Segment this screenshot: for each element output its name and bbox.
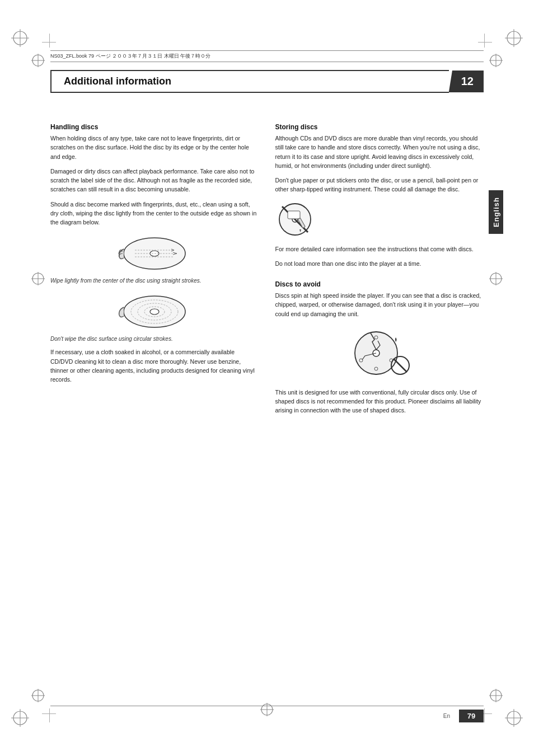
discs-avoid-para1: Discs spin at high speed inside the play… — [275, 291, 484, 318]
handling-caption2: Don't wipe the disc surface using circul… — [50, 335, 259, 343]
footer: En 79 — [50, 706, 484, 722]
registration-mark-bl2 — [28, 685, 48, 706]
disc-illustration-circular — [50, 290, 259, 332]
storing-discs-title: Storing discs — [275, 123, 484, 131]
chapter-number: 12 — [461, 75, 474, 88]
svg-rect-43 — [288, 211, 300, 219]
page-container: NS03_ZFL.book 79 ページ ２００３年７月３１日 木曜日 午後７時… — [0, 0, 534, 756]
trim-mark — [484, 34, 485, 48]
svg-line-53 — [394, 359, 407, 372]
handling-para4: If necessary, use a cloth soaked in alco… — [50, 348, 259, 384]
registration-mark-tl1 — [10, 28, 30, 48]
disc-illustration-straight — [50, 232, 259, 274]
registration-mark-mr — [486, 269, 506, 289]
header-meta-text: NS03_ZFL.book 79 ページ ２００３年７月３１日 木曜日 午後７時… — [50, 53, 210, 60]
no-stickers-illustration — [275, 200, 484, 239]
registration-mark-tl2 — [28, 50, 48, 71]
storing-para4: Do not load more than one disc into the … — [275, 259, 484, 268]
handling-para1: When holding discs of any type, take car… — [50, 134, 259, 161]
language-tab-text: English — [492, 197, 500, 227]
handling-discs-title: Handling discs — [50, 123, 259, 131]
chapter-badge: 12 — [449, 71, 484, 92]
handling-para2: Damaged or dirty discs can affect playba… — [50, 167, 259, 194]
footer-right: En 79 — [443, 710, 484, 722]
registration-mark-tr1 — [504, 28, 524, 48]
discs-to-avoid-title: Discs to avoid — [275, 280, 484, 288]
registration-mark-br2 — [486, 685, 506, 706]
trim-mark — [484, 708, 485, 722]
registration-mark-br1 — [504, 708, 524, 728]
left-column: Handling discs When holding discs of any… — [50, 123, 259, 689]
header-meta: NS03_ZFL.book 79 ページ ２００３年７月３１日 木曜日 午後７時… — [50, 50, 484, 62]
registration-mark-bl1 — [10, 708, 30, 728]
svg-point-49 — [374, 367, 378, 370]
page-number: 79 — [459, 710, 484, 722]
trim-mark — [49, 34, 50, 48]
trim-mark — [49, 708, 50, 722]
registration-mark-ml — [28, 269, 48, 289]
registration-mark-tr2 — [486, 50, 506, 71]
storing-para3: For more detailed care information see t… — [275, 245, 484, 253]
page-title: Additional information — [64, 76, 171, 87]
right-column: Storing discs Although CDs and DVD discs… — [275, 123, 484, 689]
discs-avoid-para2: This unit is designed for use with conve… — [275, 388, 484, 415]
storing-para2: Don't glue paper or put stickers onto th… — [275, 176, 484, 194]
title-box: Additional information — [50, 70, 449, 93]
svg-point-48 — [374, 336, 378, 339]
svg-point-36 — [150, 309, 159, 314]
handling-caption1: Wipe lightly from the center of the disc… — [50, 277, 259, 285]
storing-para1: Although CDs and DVD discs are more dura… — [275, 134, 484, 170]
title-section: Additional information 12 — [50, 70, 484, 93]
cracked-disc-illustration — [275, 325, 484, 381]
language-tab: English — [489, 190, 503, 234]
content-area: Handling discs When holding discs of any… — [50, 123, 484, 689]
trim-mark — [478, 42, 492, 43]
handling-para3: Should a disc become marked with fingerp… — [50, 200, 259, 227]
footer-lang-code: En — [443, 713, 450, 719]
